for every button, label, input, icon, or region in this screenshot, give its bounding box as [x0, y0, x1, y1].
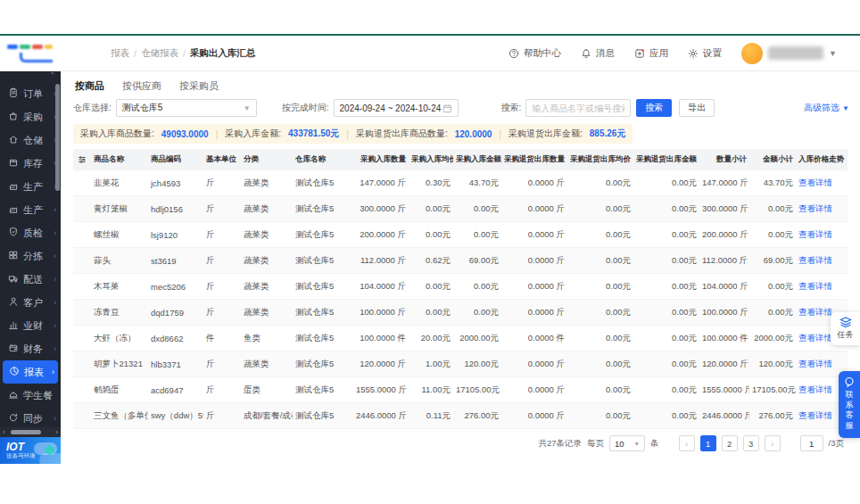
view-details-link[interactable]: 查看详情 — [798, 281, 832, 291]
shield-icon — [8, 227, 19, 239]
breadcrumb-warehouse-reports[interactable]: 仓储报表 — [141, 47, 178, 60]
sidebar-item-学生餐[interactable]: 学生餐 — [0, 384, 61, 407]
cell-code: acd6947 — [148, 377, 203, 403]
per-page-value: 10 — [615, 439, 624, 449]
sidebar-item-同步[interactable]: 同步› — [0, 407, 61, 427]
cell-code: dxd8662 — [148, 326, 203, 351]
cell-category: 蔬菜类 — [241, 351, 293, 377]
row-icon-cell — [73, 351, 91, 377]
sidebar-vertical-scrollbar[interactable] — [55, 84, 60, 191]
cell-in_amount: 0.00元 — [453, 222, 501, 248]
date-range-value: 2024-09-24 ~ 2024-10-24 — [340, 103, 442, 113]
summary-divider: | — [499, 129, 501, 139]
avatar[interactable] — [741, 43, 763, 64]
cell-amount_total: 0.00元 — [749, 196, 796, 222]
sidebar-item-生产[interactable]: 生产› — [0, 198, 61, 221]
cell-amount_total: 69.00元 — [749, 248, 796, 274]
column-header-6: 采购入库数量 — [353, 149, 409, 170]
sidebar-item-报表-active[interactable]: 报表› — [3, 360, 58, 384]
next-page-button[interactable]: › — [765, 435, 781, 451]
column-settings-header[interactable] — [73, 149, 91, 170]
sidebar-item-采购[interactable]: 采购› — [0, 105, 61, 128]
prev-page-button[interactable]: ‹ — [679, 435, 695, 451]
scroll-left-icon[interactable]: ‹ — [3, 429, 5, 436]
column-settings-icon[interactable] — [78, 155, 87, 164]
view-details-link[interactable]: 查看详情 — [798, 229, 832, 239]
sidebar-item-分拣[interactable]: 分拣› — [0, 244, 61, 268]
cell-name: 蒜头 — [91, 248, 148, 274]
breadcrumb-reports[interactable]: 报表 — [111, 47, 129, 60]
date-range-input[interactable]: 2024-09-24 ~ 2024-10-24 — [334, 99, 459, 117]
header-action-3[interactable]: 设置 — [688, 47, 722, 60]
view-details-link[interactable]: 查看详情 — [798, 384, 832, 394]
scroll-right-icon[interactable]: › — [55, 429, 58, 436]
iot-banner[interactable]: IOT 设备与环境 — [0, 437, 61, 464]
advanced-filter-toggle[interactable]: 高级筛选 ▼ — [804, 102, 849, 114]
export-button[interactable]: 导出 — [679, 99, 715, 117]
chevron-right-icon: › — [54, 414, 56, 423]
table-row: 胡萝卜21321hlb3371斤蔬菜类测试仓库5120.0000 斤1.00元1… — [73, 351, 848, 377]
gear-icon — [688, 48, 699, 59]
scrollbar-thumb[interactable] — [11, 430, 41, 434]
scrollbar-track[interactable] — [7, 430, 54, 434]
cell-unit: 斤 — [203, 377, 241, 403]
sidebar-item-客户[interactable]: 客户› — [0, 291, 61, 314]
page-button-3[interactable]: 3 — [743, 435, 759, 451]
header-action-0[interactable]: 帮助中心 — [509, 47, 561, 60]
row-icon-cell — [73, 274, 91, 300]
view-details-link[interactable]: 查看详情 — [798, 410, 832, 420]
page-jump-input[interactable] — [800, 435, 823, 451]
chevron-right-icon: › — [54, 252, 56, 260]
customer-service-float-button[interactable]: 联系客服 — [839, 371, 860, 438]
view-details-link[interactable]: 查看详情 — [798, 255, 832, 265]
header-action-2[interactable]: 应用 — [634, 47, 668, 60]
wallet-icon — [8, 343, 19, 355]
sidebar-item-label: 财务 — [23, 343, 43, 356]
cell-in_price: 0.62元 — [409, 248, 453, 274]
sidebar-item-业财[interactable]: 业财› — [0, 314, 61, 337]
table-row: 木耳菜mec5206斤蔬菜类测试仓库5104.0000 斤0.00元0.00元0… — [73, 274, 848, 300]
sidebar-item-label: 业财 — [23, 319, 43, 333]
header-action-1[interactable]: 消息 — [581, 47, 615, 60]
page-jump-suffix: /3页 — [829, 438, 844, 450]
cell-qty_total: 300.0000 斤 — [699, 196, 749, 222]
cell-category: 蔬菜类 — [241, 196, 293, 222]
page-button-2[interactable]: 2 — [722, 435, 738, 451]
view-details-link[interactable]: 查看详情 — [798, 203, 832, 213]
bell-icon — [581, 48, 591, 59]
sidebar-scroll-up-icon[interactable]: ⌃ — [0, 71, 61, 80]
per-page-select[interactable]: 10 ▼ — [609, 435, 645, 451]
sidebar-item-生产[interactable]: 生产› — [0, 175, 61, 198]
search-label: 搜索: — [501, 102, 522, 114]
table-row: 韭菜花jch4593斤蔬菜类测试仓库5147.0000 斤0.30元43.70元… — [73, 170, 848, 196]
search-input[interactable] — [525, 99, 631, 117]
sidebar-item-仓储[interactable]: 仓储› — [0, 128, 61, 152]
sidebar-item-订单[interactable]: 订单› — [0, 82, 61, 105]
sidebar-item-配送[interactable]: 配送› — [0, 268, 61, 291]
cell-in_amount: 0.00元 — [453, 196, 501, 222]
tasks-float-button[interactable]: 任务 — [831, 312, 860, 345]
tab-1[interactable]: 按商品 — [73, 78, 106, 95]
warehouse-select-label: 仓库选择: — [73, 102, 112, 114]
row-icon-cell — [73, 248, 91, 274]
view-details-link[interactable]: 查看详情 — [798, 359, 832, 368]
view-details-link[interactable]: 查看详情 — [798, 178, 832, 187]
cell-ret_amount: 0.00元 — [633, 326, 699, 351]
search-button[interactable]: 搜索 — [636, 99, 672, 117]
tab-2[interactable]: 按供应商 — [120, 78, 163, 95]
header-action-label: 消息 — [596, 47, 615, 60]
user-menu[interactable]: ▼ — [741, 43, 837, 64]
page-button-1[interactable]: 1 — [700, 435, 716, 451]
sidebar-item-质检[interactable]: 质检› — [0, 221, 61, 244]
tab-3[interactable]: 按采购员 — [178, 78, 220, 95]
table-row: 鹌鹑蛋acd6947斤蛋类测试仓库51555.0000 斤11.00元17105… — [73, 377, 848, 403]
warehouse-select[interactable]: 测试仓库5 ▼ — [116, 99, 257, 117]
view-details-link[interactable]: 查看详情 — [798, 333, 832, 343]
cell-ret_price: 0.00元 — [567, 351, 633, 377]
sidebar-item-财务[interactable]: 财务› — [0, 337, 61, 360]
column-header-1: 商品名称 — [91, 149, 148, 170]
sidebar-item-库存[interactable]: 库存› — [0, 152, 61, 175]
cell-category: 成都/套餐/成都 — [241, 403, 293, 429]
view-details-link[interactable]: 查看详情 — [798, 307, 832, 317]
cell-category: 蛋类 — [241, 377, 293, 403]
